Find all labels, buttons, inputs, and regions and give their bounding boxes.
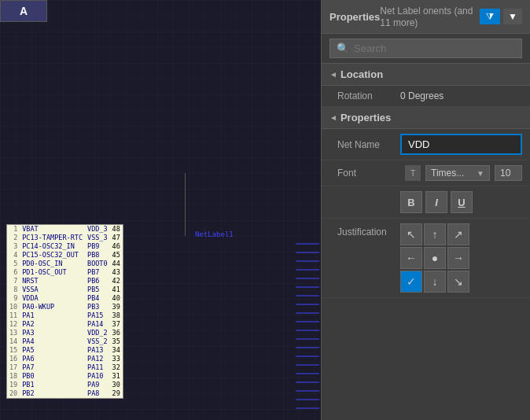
row-num: 4 bbox=[7, 251, 20, 260]
justification-label: Justification bbox=[337, 223, 400, 238]
just-cell-ml[interactable]: ← bbox=[400, 247, 422, 269]
row-num: 10 bbox=[7, 303, 20, 311]
table-row: 19 PB1 PA9 30 bbox=[7, 381, 123, 389]
font-type-icon: T bbox=[405, 165, 421, 181]
just-cell-tr[interactable]: ↗ bbox=[447, 223, 469, 245]
port-name: PB8 bbox=[85, 251, 110, 260]
port-name: PB3 bbox=[85, 303, 110, 311]
font-label: Font bbox=[337, 168, 400, 179]
port-name: BOOT0 bbox=[85, 260, 110, 268]
row-num: 16 bbox=[7, 355, 20, 363]
pin-num: 45 bbox=[110, 251, 123, 260]
just-cell-br[interactable]: ↘ bbox=[447, 271, 469, 293]
row-num: 12 bbox=[7, 320, 20, 329]
table-row: 9 VDDA PB4 40 bbox=[7, 294, 123, 303]
net-label-text: NetLabel1 bbox=[195, 230, 234, 238]
pin-num: 44 bbox=[110, 260, 123, 268]
font-select[interactable]: Times... ▼ bbox=[425, 165, 490, 181]
properties-section-header[interactable]: ◄ Properties bbox=[322, 107, 530, 129]
pin-name: PB1 bbox=[20, 381, 85, 389]
location-arrow-icon: ◄ bbox=[329, 70, 337, 79]
pin-num: 34 bbox=[110, 346, 123, 355]
just-cell-mr[interactable]: → bbox=[447, 247, 469, 269]
table-row: 15 PA5 PA13 34 bbox=[7, 346, 123, 355]
pin-name: PB0 bbox=[20, 372, 85, 381]
table-row: 18 PB0 PA10 31 bbox=[7, 372, 123, 381]
table-row: 3 PC14-OSC32_IN PB9 46 bbox=[7, 242, 123, 251]
table-row: 13 PA3 VDD_2 36 bbox=[7, 329, 123, 337]
port-name: PA12 bbox=[85, 355, 110, 363]
port-name: PB9 bbox=[85, 242, 110, 251]
pin-num: 48 bbox=[110, 225, 123, 234]
port-name: PA14 bbox=[85, 320, 110, 329]
table-row: 10 PA0-WKUP PB3 39 bbox=[7, 303, 123, 311]
pin-name: VBAT bbox=[20, 225, 85, 234]
row-num: 15 bbox=[7, 346, 20, 355]
panel-header-controls: ⧩ ▼ bbox=[480, 9, 522, 24]
row-num: 7 bbox=[7, 277, 20, 286]
italic-button[interactable]: I bbox=[425, 191, 447, 213]
rotation-row: Rotation 0 Degrees bbox=[322, 86, 530, 107]
net-name-label: Net Name bbox=[337, 139, 400, 150]
port-name: VSS_3 bbox=[85, 234, 110, 242]
search-icon: 🔍 bbox=[337, 42, 349, 54]
just-cell-tc[interactable]: ↑ bbox=[424, 223, 446, 245]
font-name-display: Times... bbox=[431, 168, 473, 179]
row-num: 14 bbox=[7, 337, 20, 346]
pin-name: PC14-OSC32_IN bbox=[20, 242, 85, 251]
table-row: 16 PA6 PA12 33 bbox=[7, 355, 123, 363]
row-num: 1 bbox=[7, 225, 20, 234]
properties-arrow-icon: ◄ bbox=[329, 113, 337, 122]
table-row: 2 PC13-TAMPER-RTC VSS_3 47 bbox=[7, 234, 123, 242]
pin-num: 39 bbox=[110, 303, 123, 311]
panel-title-area: Properties bbox=[329, 11, 380, 23]
table-row: 6 PD1-OSC_OUT PB7 43 bbox=[7, 268, 123, 277]
panel-dropdown-icon: ▼ bbox=[508, 11, 517, 22]
underline-button[interactable]: U bbox=[451, 191, 473, 213]
font-size-input[interactable] bbox=[495, 165, 522, 181]
table-row: 17 PA7 PA11 32 bbox=[7, 363, 123, 372]
pin-num: 31 bbox=[110, 372, 123, 381]
pin-num: 35 bbox=[110, 337, 123, 346]
port-name: VDD_2 bbox=[85, 329, 110, 337]
panel-header: Properties Net Label onents (and 11 more… bbox=[322, 0, 530, 34]
rotation-label: Rotation bbox=[337, 90, 400, 101]
pin-num: 42 bbox=[110, 277, 123, 286]
table-row: 12 PA2 PA14 37 bbox=[7, 320, 123, 329]
pin-name: PA2 bbox=[20, 320, 85, 329]
pin-num: 36 bbox=[110, 329, 123, 337]
table-row: 11 PA1 PA15 38 bbox=[7, 311, 123, 320]
row-num: 11 bbox=[7, 311, 20, 320]
search-input-wrapper[interactable]: 🔍 bbox=[329, 39, 522, 58]
row-num: 9 bbox=[7, 294, 20, 303]
port-name: PA8 bbox=[85, 389, 110, 398]
filter-button[interactable]: ⧩ bbox=[480, 9, 500, 24]
just-cell-bc[interactable]: ↓ bbox=[424, 271, 446, 293]
pin-name: PD1-OSC_OUT bbox=[20, 268, 85, 277]
net-name-row: Net Name bbox=[322, 129, 530, 160]
schematic-canvas[interactable]: A NetLabel1 1 VBAT VDD_3 48 2 PC13-TAMPE… bbox=[0, 0, 321, 420]
filter-icon: ⧩ bbox=[486, 11, 494, 22]
port-name: VDD_3 bbox=[85, 225, 110, 234]
row-num: 8 bbox=[7, 286, 20, 294]
location-section-header[interactable]: ◄ Location bbox=[322, 64, 530, 86]
just-cell-bl[interactable]: ✓ bbox=[400, 271, 422, 293]
row-num: 2 bbox=[7, 234, 20, 242]
port-name: PA13 bbox=[85, 346, 110, 355]
pin-num: 40 bbox=[110, 294, 123, 303]
table-row: 4 PC15-OSC32_OUT PB8 45 bbox=[7, 251, 123, 260]
net-name-input[interactable] bbox=[400, 134, 522, 155]
just-cell-mc[interactable]: ● bbox=[424, 247, 446, 269]
pin-name: PA0-WKUP bbox=[20, 303, 85, 311]
search-bar: 🔍 bbox=[322, 34, 530, 64]
port-name: PA11 bbox=[85, 363, 110, 372]
pin-name: PC13-TAMPER-RTC bbox=[20, 234, 85, 242]
just-cell-tl[interactable]: ↖ bbox=[400, 223, 422, 245]
pin-name: PC15-OSC32_OUT bbox=[20, 251, 85, 260]
pin-num: 47 bbox=[110, 234, 123, 242]
search-input[interactable] bbox=[354, 42, 515, 54]
pin-name: PA7 bbox=[20, 363, 85, 372]
panel-dropdown-button[interactable]: ▼ bbox=[503, 9, 522, 24]
pin-name: PA4 bbox=[20, 337, 85, 346]
bold-button[interactable]: B bbox=[400, 191, 422, 213]
